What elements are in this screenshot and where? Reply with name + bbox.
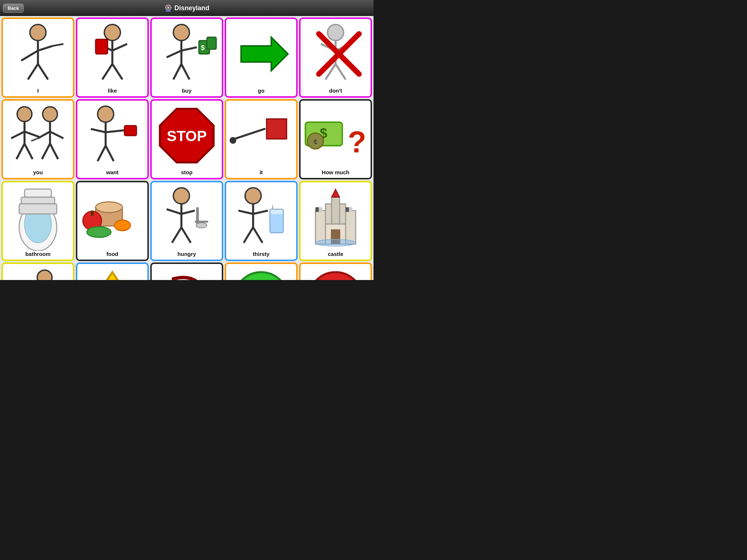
grid-cell[interactable]: food bbox=[76, 181, 149, 261]
grid-cell[interactable]: like bbox=[76, 18, 149, 98]
svg-line-48 bbox=[106, 130, 125, 132]
grid-cell[interactable]: $ buy bbox=[150, 18, 223, 98]
svg-line-43 bbox=[42, 144, 50, 159]
svg-rect-49 bbox=[124, 125, 136, 136]
cell-label: food bbox=[107, 251, 118, 258]
svg-line-6 bbox=[38, 64, 48, 79]
svg-rect-92 bbox=[316, 211, 326, 244]
svg-line-13 bbox=[112, 64, 123, 79]
cell-label: I bbox=[37, 88, 39, 95]
svg-rect-93 bbox=[346, 211, 356, 244]
svg-point-55 bbox=[230, 137, 236, 144]
grid-cell[interactable]: fast bbox=[1, 262, 74, 280]
svg-line-29 bbox=[336, 64, 346, 79]
svg-point-73 bbox=[173, 188, 189, 204]
grid-cell[interactable]: hungry bbox=[150, 181, 223, 261]
header: Back 🎡 Disneyland bbox=[0, 0, 374, 16]
cell-label: go bbox=[258, 88, 264, 95]
svg-line-77 bbox=[172, 228, 182, 243]
svg-point-7 bbox=[104, 24, 120, 40]
cell-icon-area bbox=[4, 265, 71, 280]
cell-icon-area bbox=[153, 184, 220, 251]
svg-rect-66 bbox=[19, 204, 57, 214]
svg-line-47 bbox=[91, 129, 105, 132]
grid-cell[interactable]: yes bbox=[225, 262, 298, 280]
grid-cell[interactable]: again bbox=[150, 262, 223, 280]
svg-line-22 bbox=[181, 64, 189, 79]
grid-cell[interactable]: it bbox=[225, 99, 298, 179]
grid-cell[interactable]: thirsty bbox=[225, 181, 298, 261]
cell-label: thirsty bbox=[253, 251, 270, 258]
svg-point-38 bbox=[43, 107, 57, 121]
grid-cell[interactable]: want bbox=[76, 99, 149, 179]
svg-line-87 bbox=[253, 228, 263, 243]
svg-text:STOP: STOP bbox=[167, 128, 206, 144]
svg-line-78 bbox=[181, 228, 191, 243]
cell-icon-area bbox=[302, 265, 369, 280]
cell-label: bathroom bbox=[25, 251, 50, 258]
grid-cell[interactable]: $ ¢ ? How much bbox=[299, 99, 372, 179]
back-button[interactable]: Back bbox=[3, 4, 24, 13]
cell-icon-area bbox=[302, 184, 369, 251]
svg-point-82 bbox=[245, 188, 261, 204]
svg-line-11 bbox=[112, 44, 127, 50]
svg-point-32 bbox=[17, 107, 32, 121]
cell-icon-area bbox=[79, 184, 146, 251]
svg-point-103 bbox=[316, 240, 356, 246]
svg-line-51 bbox=[106, 146, 114, 161]
svg-line-54 bbox=[234, 129, 264, 139]
svg-text:$: $ bbox=[201, 44, 205, 51]
svg-rect-62 bbox=[24, 189, 51, 197]
svg-line-36 bbox=[16, 144, 24, 159]
svg-line-86 bbox=[244, 228, 253, 243]
grid-cell[interactable]: STOP stop bbox=[150, 99, 223, 179]
cell-icon-area: SLOW bbox=[79, 265, 146, 280]
svg-line-42 bbox=[50, 132, 63, 138]
grid-cell[interactable]: go bbox=[225, 18, 298, 98]
cell-label: buy bbox=[182, 88, 192, 95]
cell-icon-area bbox=[4, 20, 71, 88]
cell-label: want bbox=[106, 169, 119, 176]
cell-label: How much bbox=[322, 169, 349, 176]
svg-line-85 bbox=[253, 211, 268, 214]
svg-line-17 bbox=[181, 47, 197, 51]
cell-label: stop bbox=[181, 169, 193, 176]
svg-point-14 bbox=[173, 24, 189, 40]
svg-line-35 bbox=[24, 132, 39, 137]
svg-line-34 bbox=[11, 132, 24, 138]
grid-cell[interactable]: I bbox=[1, 18, 74, 98]
svg-rect-10 bbox=[96, 39, 108, 54]
svg-rect-20 bbox=[207, 37, 216, 49]
cell-icon-area: STOP bbox=[153, 102, 220, 169]
svg-rect-56 bbox=[267, 119, 287, 139]
cell-icon-area bbox=[228, 265, 295, 280]
svg-line-16 bbox=[167, 51, 181, 57]
svg-point-72 bbox=[87, 227, 111, 237]
grid-cell[interactable]: SLOW slow bbox=[76, 262, 149, 280]
svg-point-106 bbox=[37, 270, 52, 280]
cell-icon-area bbox=[228, 20, 295, 88]
grid-cell[interactable]: bathroom bbox=[1, 181, 74, 261]
cell-icon-area bbox=[302, 20, 369, 88]
cell-label: castle bbox=[328, 251, 344, 258]
grid-cell[interactable]: castle bbox=[299, 181, 372, 261]
svg-marker-97 bbox=[332, 189, 340, 197]
cell-icon-area bbox=[4, 184, 71, 251]
svg-point-116 bbox=[234, 272, 288, 280]
svg-text:?: ? bbox=[348, 125, 367, 159]
svg-line-4 bbox=[53, 44, 63, 46]
svg-rect-70 bbox=[91, 211, 93, 216]
svg-rect-89 bbox=[270, 214, 283, 233]
svg-text:¢: ¢ bbox=[313, 138, 317, 146]
svg-line-21 bbox=[173, 64, 181, 79]
cell-icon-area bbox=[228, 184, 295, 251]
svg-line-84 bbox=[238, 211, 253, 214]
grid-cell[interactable]: don't bbox=[299, 18, 372, 98]
cell-icon-area bbox=[79, 20, 146, 88]
grid-cell[interactable]: no bbox=[299, 262, 372, 280]
svg-point-119 bbox=[309, 272, 362, 280]
cell-icon-area: $ bbox=[153, 20, 220, 88]
grid-cell[interactable]: you bbox=[1, 99, 74, 179]
svg-line-41 bbox=[31, 138, 38, 141]
cell-icon-area bbox=[228, 102, 295, 169]
